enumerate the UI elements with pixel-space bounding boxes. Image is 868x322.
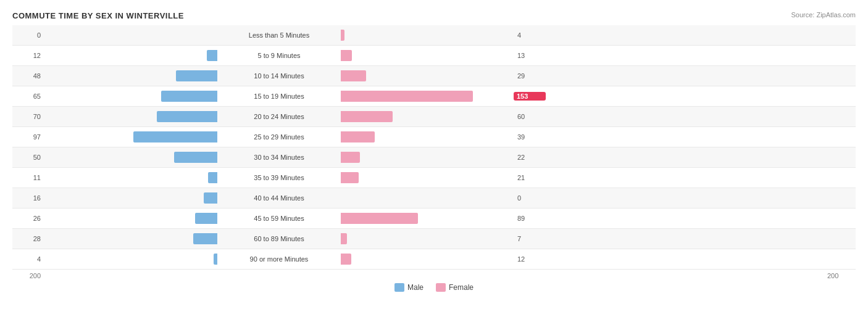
pink-bar-wrap	[341, 50, 514, 61]
female-legend-box	[436, 283, 446, 292]
pink-bar	[341, 30, 344, 41]
pink-bar-wrap	[341, 111, 514, 122]
row-label: 20 to 24 Minutes	[217, 113, 341, 120]
pink-bar	[341, 213, 418, 224]
blue-bar	[176, 70, 217, 81]
pink-bar	[341, 70, 366, 81]
blue-bar	[161, 91, 217, 102]
male-value: 97	[12, 133, 44, 141]
pink-bar-wrap	[341, 172, 514, 183]
blue-bar	[208, 172, 217, 183]
row-label: 90 or more Minutes	[217, 255, 341, 263]
female-value: 12	[514, 255, 546, 263]
male-value: 28	[12, 235, 44, 242]
blue-bar-wrap	[44, 111, 217, 122]
pink-bar	[341, 254, 351, 265]
blue-bar	[174, 152, 217, 163]
blue-bar	[195, 213, 217, 224]
blue-bar-wrap	[44, 131, 217, 142]
female-value: 7	[514, 235, 546, 242]
chart-row: 26 45 to 59 Minutes 89	[12, 208, 856, 229]
pink-bar	[341, 111, 393, 122]
row-label: 35 to 39 Minutes	[217, 174, 341, 181]
male-value: 12	[12, 52, 44, 59]
male-legend-box	[394, 283, 404, 292]
blue-bar-wrap	[44, 233, 217, 244]
blue-bar-wrap	[44, 70, 217, 81]
male-legend-label: Male	[407, 283, 424, 292]
pink-bar	[341, 50, 352, 61]
female-legend-label: Female	[449, 283, 474, 292]
pink-bar-wrap	[341, 131, 514, 142]
pink-bar-wrap	[341, 254, 514, 265]
chart-row: 12 5 to 9 Minutes 13	[12, 46, 856, 66]
male-value: 11	[12, 174, 44, 181]
male-value: 26	[12, 215, 44, 222]
pink-bar	[341, 172, 359, 183]
female-value: 21	[514, 174, 546, 181]
pink-bar-wrap	[341, 233, 514, 244]
chart-row: 11 35 to 39 Minutes 21	[12, 168, 856, 188]
pink-bar	[341, 152, 360, 163]
male-value: 4	[12, 255, 44, 263]
blue-bar-wrap	[44, 152, 217, 163]
blue-bar	[193, 233, 217, 244]
male-value: 70	[12, 113, 44, 120]
male-value: 50	[12, 154, 44, 161]
blue-bar-wrap	[44, 254, 217, 265]
blue-bar-wrap	[44, 30, 217, 41]
chart-row: 16 40 to 44 Minutes 0	[12, 188, 856, 208]
pink-bar-wrap	[341, 192, 514, 204]
pink-bar	[341, 91, 473, 102]
male-value: 0	[12, 31, 44, 39]
chart-row: 70 20 to 24 Minutes 60	[12, 107, 856, 127]
chart-container: COMMUTE TIME BY SEX IN WINTERVILLE Sourc…	[0, 0, 868, 322]
axis-row: 200 200	[12, 272, 856, 279]
chart-row: 65 15 to 19 Minutes 153	[12, 86, 856, 107]
row-label: 5 to 9 Minutes	[217, 52, 341, 59]
pink-bar	[341, 131, 375, 142]
pink-bar-wrap	[341, 213, 514, 224]
blue-bar	[207, 50, 217, 61]
blue-bar-wrap	[44, 91, 217, 102]
female-value: 39	[514, 133, 546, 141]
blue-bar-wrap	[44, 172, 217, 183]
pink-bar-wrap	[341, 152, 514, 163]
chart-row: 97 25 to 29 Minutes 39	[12, 127, 856, 147]
row-label: 15 to 19 Minutes	[217, 93, 341, 100]
female-value: 89	[514, 215, 546, 222]
chart-row: 48 10 to 14 Minutes 29	[12, 66, 856, 86]
chart-row: 50 30 to 34 Minutes 22	[12, 147, 856, 168]
axis-min-right: 200	[824, 272, 856, 279]
blue-bar-wrap	[44, 50, 217, 61]
male-value: 16	[12, 194, 44, 202]
male-value: 65	[12, 93, 44, 100]
row-label: Less than 5 Minutes	[217, 31, 341, 39]
female-value: 153	[514, 92, 546, 101]
pink-bar	[341, 233, 347, 244]
blue-bar-wrap	[44, 192, 217, 204]
male-value: 48	[12, 72, 44, 80]
chart-row: 4 90 or more Minutes 12	[12, 249, 856, 270]
blue-bar	[157, 111, 217, 122]
pink-bar-wrap	[341, 30, 514, 41]
female-value: 22	[514, 154, 546, 161]
blue-bar-wrap	[44, 213, 217, 224]
legend: Male Female	[12, 283, 856, 292]
female-value: 4	[514, 31, 546, 39]
row-label: 30 to 34 Minutes	[217, 154, 341, 161]
bars-area: 0 Less than 5 Minutes 4 12 5 to 9 Minute…	[12, 25, 856, 270]
female-value: 0	[514, 194, 546, 202]
female-value: 13	[514, 52, 546, 59]
row-label: 60 to 89 Minutes	[217, 235, 341, 242]
pink-bar-wrap	[341, 91, 514, 102]
blue-bar	[204, 192, 217, 204]
legend-male: Male	[394, 283, 424, 292]
row-label: 25 to 29 Minutes	[217, 133, 341, 141]
chart-row: 0 Less than 5 Minutes 4	[12, 25, 856, 46]
axis-min-left: 200	[12, 272, 44, 279]
chart-row: 28 60 to 89 Minutes 7	[12, 229, 856, 249]
pink-bar-wrap	[341, 70, 514, 81]
female-value: 29	[514, 72, 546, 80]
source-text: Source: ZipAtlas.com	[791, 11, 856, 19]
